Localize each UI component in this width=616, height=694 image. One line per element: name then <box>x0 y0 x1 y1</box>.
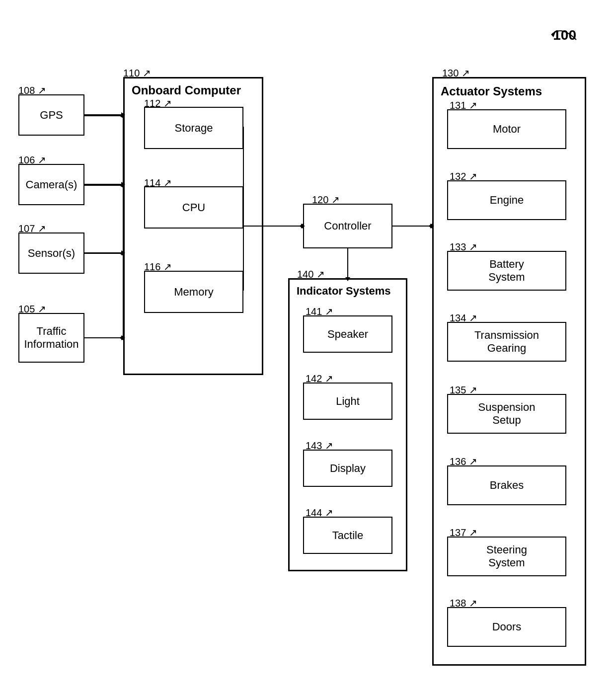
svg-marker-7 <box>119 335 123 340</box>
actuator-systems-ref: 130 ↗ <box>442 67 470 79</box>
svg-marker-6 <box>119 251 123 256</box>
doors-ref: 138 ↗ <box>450 597 477 609</box>
brakes-ref: 136 ↗ <box>450 456 477 467</box>
diagram: 108 100 GPS 108 ↗ Camera(s) 106 ↗ Sensor… <box>0 0 616 694</box>
indicator-systems-title: Indicator Systems <box>297 285 391 298</box>
svg-marker-13 <box>428 224 432 229</box>
doors-box: Doors <box>447 607 566 647</box>
tactile-ref: 144 ↗ <box>306 507 333 519</box>
cameras-box: Camera(s) <box>18 164 84 205</box>
memory-ref: 116 ↗ <box>144 261 172 273</box>
traffic-ref: 105 ↗ <box>18 303 46 315</box>
light-box: Light <box>303 383 392 420</box>
gps-box: GPS <box>18 94 84 136</box>
motor-ref: 131 ↗ <box>450 99 477 111</box>
svg-marker-4 <box>119 113 123 118</box>
display-box: Display <box>303 450 392 487</box>
indicator-systems-ref: 140 ↗ <box>297 268 325 280</box>
controller-ref: 120 ↗ <box>312 194 340 206</box>
memory-box: Memory <box>144 271 243 313</box>
suspension-box: SuspensionSetup <box>447 394 566 434</box>
traffic-box: TrafficInformation <box>18 313 84 363</box>
cameras-ref: 106 ↗ <box>18 154 46 166</box>
onboard-computer-ref: 110 ↗ <box>123 67 151 79</box>
onboard-computer-title: Onboard Computer <box>132 83 241 97</box>
light-ref: 142 ↗ <box>306 373 333 385</box>
cpu-box: CPU <box>144 186 243 229</box>
steering-ref: 137 ↗ <box>450 527 477 539</box>
svg-marker-5 <box>119 183 123 188</box>
display-ref: 143 ↗ <box>306 440 333 452</box>
gps-ref: 108 ↗ <box>18 84 46 96</box>
transmission-box: TransmissionGearing <box>447 322 566 362</box>
storage-ref: 112 ↗ <box>144 97 172 109</box>
storage-box: Storage <box>144 107 243 149</box>
transmission-ref: 134 ↗ <box>450 312 477 324</box>
engine-box: Engine <box>447 180 566 220</box>
brakes-box: Brakes <box>447 465 566 505</box>
sensors-box: Sensor(s) <box>18 232 84 274</box>
actuator-systems-box: Actuator Systems <box>432 77 586 666</box>
motor-box: Motor <box>447 109 566 149</box>
controller-box: Controller <box>303 204 392 248</box>
tactile-box: Tactile <box>303 517 392 554</box>
speaker-ref: 141 ↗ <box>306 306 333 317</box>
svg-marker-9 <box>299 224 303 229</box>
speaker-box: Speaker <box>303 315 392 353</box>
steering-box: SteeringSystem <box>447 537 566 576</box>
battery-ref: 133 ↗ <box>450 241 477 253</box>
actuator-systems-title: Actuator Systems <box>441 84 542 98</box>
suspension-ref: 135 ↗ <box>450 384 477 396</box>
sensors-ref: 107 ↗ <box>18 223 46 234</box>
main-ref-arrow <box>546 20 586 45</box>
battery-box: BatterySystem <box>447 251 566 291</box>
cpu-ref: 114 ↗ <box>144 177 172 189</box>
engine-ref: 132 ↗ <box>450 170 477 182</box>
